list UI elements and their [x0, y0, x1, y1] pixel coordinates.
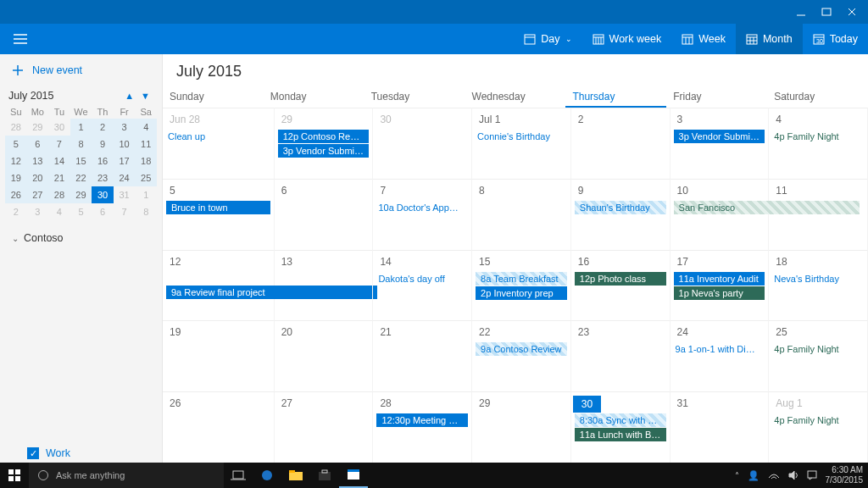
minical-day[interactable]: 4 — [48, 203, 70, 220]
taskbar-clock[interactable]: 6:30 AM 7/30/2015 — [826, 465, 864, 485]
event[interactable]: 8a Team Breakfast — [476, 272, 567, 286]
minical-day[interactable]: 11 — [135, 136, 157, 152]
event[interactable]: Bruce in town — [166, 201, 270, 214]
minical-day[interactable]: 24 — [114, 169, 136, 186]
minical-day[interactable]: 29 — [27, 119, 49, 136]
view-day-button[interactable]: Day ⌄ — [514, 24, 581, 54]
event[interactable]: Neva's Birthday — [772, 272, 864, 286]
view-month-button[interactable]: Month — [736, 24, 803, 54]
tray-people-icon[interactable]: 👤 — [748, 470, 760, 481]
day-cell[interactable]: 20 — [275, 320, 374, 391]
start-button[interactable] — [0, 469, 29, 482]
minical-day[interactable]: 13 — [27, 152, 49, 169]
day-cell[interactable]: 29 — [472, 391, 571, 463]
minical-day[interactable]: 3 — [114, 119, 136, 136]
event[interactable]: 3p Vendor Submissions — [674, 130, 765, 143]
minical-day[interactable]: 17 — [114, 152, 136, 169]
minical-day[interactable]: 29 — [70, 186, 92, 203]
day-cell[interactable]: Jul 1 Connie's Birthday — [472, 108, 571, 179]
event[interactable]: 2p Inventory prep — [476, 286, 567, 300]
day-cell[interactable]: 3 3p Vendor Submissions — [670, 108, 770, 179]
minical-next-button[interactable]: ▼ — [141, 91, 150, 101]
hamburger-menu-button[interactable] — [0, 24, 41, 54]
day-cell-today[interactable]: 30 8:30a Sync with Tony 11a Lunch with B… — [571, 391, 670, 463]
minical-day[interactable]: 8 — [70, 136, 92, 152]
day-cell[interactable]: 6 — [275, 179, 374, 250]
minical-day[interactable]: 10 — [114, 136, 136, 152]
day-cell[interactable]: 12 9a Review final project — [163, 250, 275, 321]
minical-day[interactable]: 2 — [92, 119, 114, 136]
event[interactable]: 12p Contoso Review — [278, 130, 370, 143]
taskbar-store[interactable] — [310, 463, 339, 488]
event[interactable]: 12:30p Meeting with M — [376, 413, 468, 427]
minical-day[interactable]: 6 — [27, 136, 49, 152]
day-cell[interactable]: 28 12:30p Meeting with M — [373, 391, 472, 463]
event[interactable]: 9a Contoso Review — [476, 342, 567, 356]
day-cell[interactable]: 8 — [472, 179, 571, 250]
event[interactable]: Shaun's Birthday — [575, 201, 666, 214]
minical-day[interactable]: 4 — [135, 119, 157, 136]
event[interactable]: 8:30a Sync with Tony — [575, 413, 666, 427]
minical-day[interactable]: 5 — [70, 203, 92, 220]
view-week-button[interactable]: Week — [671, 24, 736, 54]
minical-day[interactable]: 3 — [27, 203, 49, 220]
window-maximize-button[interactable] — [814, 0, 839, 24]
minical-day[interactable]: 12 — [5, 152, 27, 169]
day-cell[interactable]: 26 — [163, 391, 275, 463]
task-view-button[interactable] — [224, 463, 253, 488]
window-minimize-button[interactable] — [788, 0, 814, 24]
event[interactable]: 11a Lunch with Barbra — [575, 428, 666, 441]
minical-day[interactable]: 6 — [92, 203, 114, 220]
day-cell[interactable]: Aug 1 4p Family Night — [769, 391, 868, 463]
day-cell[interactable]: 25 4p Family Night — [769, 320, 868, 391]
day-cell[interactable]: 2 — [571, 108, 670, 179]
minical-day[interactable]: 22 — [70, 169, 92, 186]
event[interactable]: 4p Family Night — [772, 342, 864, 356]
event[interactable]: 4p Family Night — [772, 130, 864, 143]
event[interactable]: 11a Inventory Audit — [674, 272, 765, 286]
minical-day[interactable]: 1 — [70, 119, 92, 136]
day-cell[interactable]: 11 — [769, 179, 868, 250]
day-cell[interactable]: 21 — [373, 320, 472, 391]
day-cell[interactable]: 17 11a Inventory Audit 1p Neva's party — [670, 250, 770, 321]
day-cell[interactable]: 19 — [163, 320, 275, 391]
tray-overflow-button[interactable]: ˄ — [735, 471, 739, 480]
taskbar-file-explorer[interactable] — [281, 463, 310, 488]
view-workweek-button[interactable]: Work week — [582, 24, 672, 54]
event[interactable]: 4p Family Night — [772, 413, 864, 427]
day-cell[interactable]: 7 10a Doctor's Appoint — [373, 179, 472, 250]
day-cell[interactable]: 29 12p Contoso Review 3p Vendor Submissi… — [275, 108, 374, 179]
event[interactable]: 1p Neva's party — [674, 286, 765, 300]
view-today-button[interactable]: 30 Today — [803, 24, 868, 54]
minical-prev-button[interactable]: ▲ — [125, 91, 134, 101]
new-event-button[interactable]: New event — [0, 54, 162, 86]
minical-day[interactable]: 27 — [27, 186, 49, 203]
minical-day[interactable]: 19 — [5, 169, 27, 186]
taskbar-edge[interactable] — [253, 463, 281, 488]
minical-day[interactable]: 21 — [48, 169, 70, 186]
day-cell[interactable]: 16 12p Photo class — [571, 250, 670, 321]
minical-day[interactable]: 5 — [5, 136, 27, 152]
day-cell[interactable]: 14 Dakota's day off — [373, 250, 472, 321]
event[interactable]: 3p Vendor Submissions — [278, 144, 370, 158]
day-cell[interactable]: 9 Shaun's Birthday — [571, 179, 670, 250]
minical-day[interactable]: 1 — [135, 186, 157, 203]
minical-day[interactable]: 30 — [48, 119, 70, 136]
taskbar-calendar[interactable] — [339, 463, 368, 488]
minical-day[interactable]: 28 — [5, 119, 27, 136]
day-cell[interactable]: 15 8a Team Breakfast 2p Inventory prep — [472, 250, 571, 321]
event[interactable]: 10a Doctor's Appoint — [376, 201, 468, 214]
minical-day[interactable]: 2 — [5, 203, 27, 220]
minical-day[interactable]: 31 — [114, 186, 136, 203]
minical-day[interactable]: 7 — [114, 203, 136, 220]
day-cell[interactable]: 18 Neva's Birthday — [769, 250, 868, 321]
day-cell[interactable]: 27 — [275, 391, 374, 463]
minical-day[interactable]: 16 — [92, 152, 114, 169]
day-cell[interactable]: 4 4p Family Night — [769, 108, 868, 179]
minical-day[interactable]: 15 — [70, 152, 92, 169]
day-cell[interactable]: 5 Bruce in town — [163, 179, 275, 250]
minical-day[interactable]: 7 — [48, 136, 70, 152]
day-cell[interactable]: 31 — [670, 391, 770, 463]
day-cell[interactable]: 13 — [275, 250, 374, 321]
minical-day[interactable]: 20 — [27, 169, 49, 186]
